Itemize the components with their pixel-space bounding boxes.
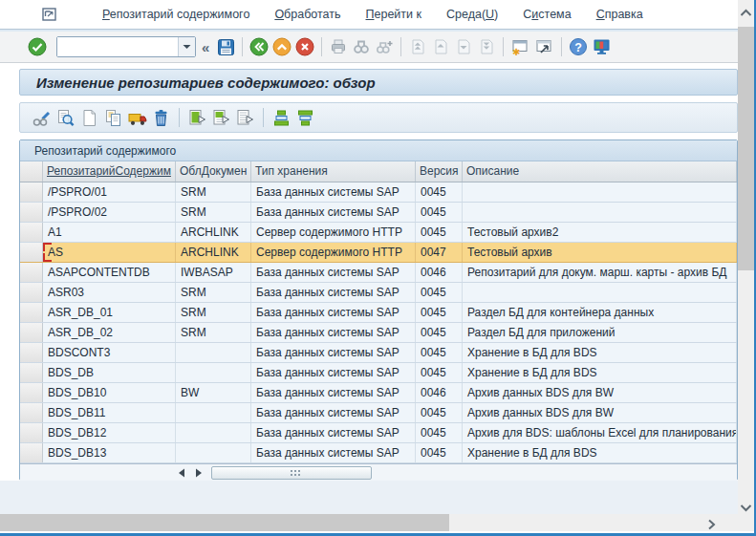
select-block-button[interactable]: [209, 106, 233, 130]
cell-version[interactable]: 0045: [416, 363, 463, 382]
cell-document-area[interactable]: [176, 343, 251, 362]
cell-description[interactable]: [463, 283, 737, 302]
first-page-button[interactable]: [406, 35, 429, 58]
cell-document-area[interactable]: ARCHLINK: [176, 243, 251, 262]
find-next-button[interactable]: [373, 35, 396, 58]
command-dropdown-button[interactable]: [178, 37, 195, 56]
display-change-button[interactable]: [30, 106, 54, 130]
cell-description[interactable]: Хранение в БД для BDS: [463, 363, 737, 382]
find-button[interactable]: [350, 35, 373, 58]
next-page-button[interactable]: [452, 35, 475, 58]
cell-storage-type[interactable]: База данных системы SAP: [251, 182, 416, 202]
cell-version[interactable]: 0045: [416, 423, 463, 442]
back-button[interactable]: [248, 35, 270, 58]
cell-repository[interactable]: A1: [43, 223, 176, 242]
row-selector[interactable]: [20, 283, 43, 302]
create-shortcut-button[interactable]: [532, 35, 556, 58]
scroll-up-chevron-icon[interactable]: [740, 4, 752, 21]
window-vertical-scrollbar[interactable]: [738, 0, 754, 531]
cell-repository[interactable]: BDS_DB10: [43, 383, 176, 402]
cell-repository[interactable]: BDSCONT3: [43, 343, 176, 362]
row-selector[interactable]: [20, 323, 43, 342]
cell-version[interactable]: 0046: [416, 383, 463, 402]
menu-item-1[interactable]: Репозитарий содержимого: [90, 4, 262, 25]
table-horizontal-scrollbar[interactable]: [20, 463, 737, 481]
cell-document-area[interactable]: [176, 423, 251, 442]
last-page-button[interactable]: [475, 35, 498, 58]
cell-version[interactable]: 0045: [416, 223, 463, 242]
column-header-3[interactable]: Версия: [416, 161, 463, 182]
command-input[interactable]: [57, 37, 178, 56]
cell-storage-type[interactable]: База данных системы SAP: [251, 323, 416, 342]
cell-document-area[interactable]: ARCHLINK: [176, 223, 251, 242]
select-all-button[interactable]: [185, 106, 209, 130]
cell-repository[interactable]: /PSPRO/01: [43, 182, 176, 202]
menu-item-5[interactable]: Система: [510, 4, 583, 25]
cell-description[interactable]: [463, 203, 737, 222]
cell-repository[interactable]: BDS_DB11: [43, 403, 176, 422]
row-selector[interactable]: [20, 243, 43, 262]
cell-repository[interactable]: AS: [43, 243, 176, 262]
cell-document-area[interactable]: [176, 363, 251, 382]
menu-item-6[interactable]: Справка: [584, 4, 656, 25]
cell-storage-type[interactable]: База данных системы SAP: [251, 403, 416, 422]
cell-repository[interactable]: ASR03: [43, 283, 176, 302]
previous-page-button[interactable]: [429, 35, 452, 58]
create-button[interactable]: [77, 106, 101, 130]
cell-storage-type[interactable]: База данных системы SAP: [251, 303, 416, 322]
cell-description[interactable]: Тестовый архив: [463, 243, 737, 262]
cell-storage-type[interactable]: База данных системы SAP: [251, 283, 416, 302]
cell-description[interactable]: Архив данных BDS для BW: [463, 403, 737, 422]
cell-version[interactable]: 0045: [416, 283, 463, 302]
cell-storage-type[interactable]: База данных системы SAP: [251, 383, 416, 402]
cell-document-area[interactable]: SRM: [176, 283, 251, 302]
scroll-left-button[interactable]: [173, 466, 190, 480]
detail-button[interactable]: [54, 106, 77, 130]
customize-layout-button[interactable]: [590, 35, 614, 58]
cell-repository[interactable]: BDS_DB: [43, 363, 176, 382]
row-selector[interactable]: [20, 263, 43, 282]
scroll-down-chevron-icon[interactable]: [740, 499, 752, 516]
collapse-toolbar-button[interactable]: «: [196, 35, 215, 58]
cell-document-area[interactable]: SRM: [176, 323, 251, 342]
up-button[interactable]: [270, 35, 293, 58]
print-button[interactable]: [327, 35, 350, 58]
row-selector[interactable]: [20, 423, 43, 442]
copy-button[interactable]: [101, 106, 125, 130]
deselect-all-button[interactable]: [233, 106, 257, 130]
cell-description[interactable]: Тестовый архив2: [463, 223, 737, 242]
row-selector[interactable]: [20, 363, 43, 382]
save-button[interactable]: [215, 35, 237, 58]
cell-document-area[interactable]: [176, 403, 251, 422]
column-header-1[interactable]: ОблДокумен: [176, 161, 251, 182]
cell-description[interactable]: [463, 182, 737, 202]
cell-description[interactable]: Раздел БД для контейнера данных: [463, 303, 737, 322]
cell-description[interactable]: Раздел БД для приложений: [463, 323, 737, 342]
menu-item-3[interactable]: Перейти к: [354, 4, 434, 25]
cell-document-area[interactable]: SRM: [176, 303, 251, 322]
cell-storage-type[interactable]: Сервер содержимого HTTP: [251, 243, 416, 262]
cell-version[interactable]: 0045: [416, 443, 463, 462]
cell-description[interactable]: Хранение в БД для BDS: [463, 343, 737, 362]
column-header-4[interactable]: Описание: [463, 161, 737, 182]
cell-version[interactable]: 0045: [416, 403, 463, 422]
exit-button[interactable]: [293, 35, 316, 58]
cell-repository[interactable]: ASR_DB_02: [43, 323, 176, 342]
column-header-0[interactable]: РепозитарийСодержим: [43, 161, 176, 182]
cell-version[interactable]: 0045: [416, 303, 463, 322]
menu-item-4[interactable]: Среда(U): [434, 4, 510, 25]
scroll-right-button[interactable]: [190, 466, 207, 480]
cell-storage-type[interactable]: База данных системы SAP: [251, 423, 416, 442]
cell-version[interactable]: 0045: [416, 323, 463, 342]
cell-description[interactable]: Хранение в БД для BDS: [463, 443, 737, 462]
new-session-button[interactable]: ✱: [508, 35, 532, 58]
cell-description[interactable]: Архив данных BDS для BW: [463, 383, 737, 402]
row-selector[interactable]: [20, 383, 43, 402]
cell-repository[interactable]: BDS_DB13: [43, 443, 176, 462]
horizontal-scrollbar-thumb[interactable]: [0, 514, 449, 531]
window-horizontal-scrollbar[interactable]: [0, 514, 738, 531]
cell-storage-type[interactable]: База данных системы SAP: [251, 203, 416, 222]
select-all-header-cell[interactable]: [20, 161, 43, 182]
row-selector[interactable]: [20, 443, 43, 462]
transport-button[interactable]: [125, 106, 149, 130]
